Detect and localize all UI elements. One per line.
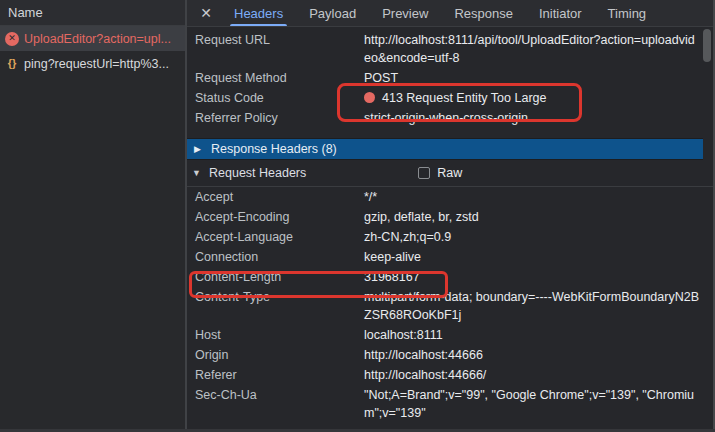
details-tabbar: ✕ Headers Payload Preview Response Initi… (187, 0, 715, 27)
raw-checkbox[interactable] (418, 167, 430, 179)
status-code-text: 413 Request Entity Too Large (382, 91, 546, 105)
close-icon: ✕ (200, 5, 212, 21)
headers-content: Request URL http://localhost:8111/api/to… (187, 27, 715, 432)
response-headers-section[interactable]: ▶ Response Headers (8) (187, 138, 703, 160)
close-details-button[interactable]: ✕ (191, 0, 221, 26)
header-row-content-length: Content-Length 31968167 (187, 267, 715, 287)
header-row-connection: Connection keep-alive (187, 247, 715, 267)
braces-icon: {} (5, 57, 19, 71)
header-row-sec-ch-ua: Sec-Ch-Ua "Not;A=Brand";v="99", "Google … (187, 385, 715, 423)
request-headers-label: Request Headers (209, 166, 306, 180)
request-name: ping?requestUrl=http%3... (24, 57, 169, 71)
header-row-referrer-policy: Referrer Policy strict-origin-when-cross… (187, 108, 715, 128)
name-column-label: Name (8, 5, 43, 20)
header-row-referer: Referer http://localhost:44666/ (187, 365, 715, 385)
request-details-panel: ✕ Headers Payload Preview Response Initi… (187, 0, 715, 432)
raw-checkbox-label: Raw (437, 166, 462, 180)
request-list-sidebar: Name ✕ UploadEditor?action=upl... {} pin… (0, 0, 187, 432)
name-column-header[interactable]: Name (0, 0, 185, 26)
header-row-status-code: Status Code 413 Request Entity Too Large (187, 88, 715, 108)
tab-timing[interactable]: Timing (598, 0, 657, 26)
header-row-accept-language: Accept-Language zh-CN,zh;q=0.9 (187, 227, 715, 247)
tab-initiator[interactable]: Initiator (529, 0, 592, 26)
header-row-accept: Accept */* (187, 187, 715, 207)
header-row-content-type: Content-Type multipart/form-data; bounda… (187, 287, 715, 325)
vertical-scrollbar[interactable] (703, 29, 711, 62)
header-row-accept-encoding: Accept-Encoding gzip, deflate, br, zstd (187, 207, 715, 227)
request-headers-section[interactable]: ▼ Request Headers Raw (187, 160, 715, 187)
tab-response[interactable]: Response (444, 0, 523, 26)
header-row-host: Host localhost:8111 (187, 325, 715, 345)
header-row-request-url: Request URL http://localhost:8111/api/to… (187, 30, 715, 68)
chevron-down-icon: ▼ (192, 168, 202, 178)
chevron-right-icon: ▶ (194, 144, 204, 154)
status-error-dot (364, 92, 375, 103)
tab-payload[interactable]: Payload (299, 0, 366, 26)
devtools-network-panel: Name ✕ UploadEditor?action=upl... {} pin… (0, 0, 715, 432)
tab-headers[interactable]: Headers (224, 0, 293, 26)
header-row-origin: Origin http://localhost:44666 (187, 345, 715, 365)
request-row-uploadeditor[interactable]: ✕ UploadEditor?action=upl... (0, 26, 185, 51)
tab-preview[interactable]: Preview (372, 0, 438, 26)
request-row-ping[interactable]: {} ping?requestUrl=http%3... (0, 51, 185, 76)
header-row-request-method: Request Method POST (187, 68, 715, 88)
request-name: UploadEditor?action=upl... (24, 32, 171, 46)
response-headers-label: Response Headers (8) (211, 142, 337, 156)
error-status-icon: ✕ (5, 32, 19, 46)
